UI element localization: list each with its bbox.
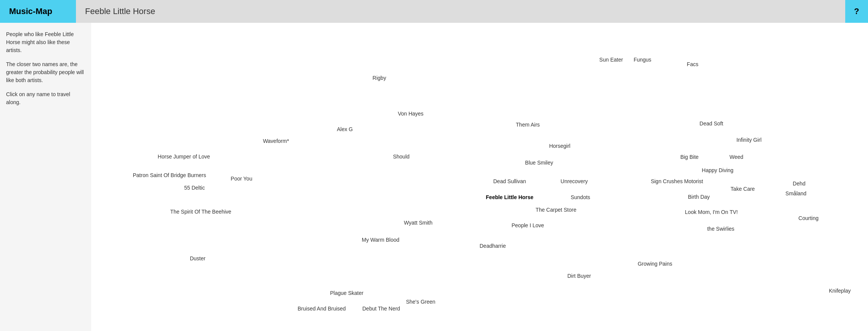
artist-label[interactable]: Look Mom, I'm On TV!: [685, 209, 738, 215]
artist-label[interactable]: Wyatt Smith: [404, 220, 432, 226]
artist-label[interactable]: Dead Soft: [699, 120, 723, 127]
artist-label[interactable]: Plague Skater: [330, 290, 363, 296]
artist-label[interactable]: Big Bite: [680, 154, 699, 160]
artist-label[interactable]: Knifeplay: [829, 288, 851, 294]
sidebar: People who like Feeble Little Horse migh…: [0, 23, 91, 331]
artist-label[interactable]: She's Green: [406, 299, 435, 305]
app-title[interactable]: Music-Map: [0, 0, 76, 23]
artist-label[interactable]: Poor You: [231, 176, 253, 182]
artist-label[interactable]: Courting: [799, 215, 819, 221]
artist-label[interactable]: Horse Jumper of Love: [158, 154, 210, 160]
artist-label[interactable]: Patron Saint Of Bridge Burners: [133, 172, 206, 178]
artist-label[interactable]: Duster: [190, 255, 205, 261]
artist-label[interactable]: Feeble Little Horse: [486, 194, 533, 200]
artist-label[interactable]: Dead Sullivan: [493, 178, 526, 184]
artist-label[interactable]: Fungus: [634, 57, 652, 63]
map-area: RigbyVon HayesAlex GWaveform*Horse Jumpe…: [91, 23, 868, 331]
artist-title: Feeble Little Horse: [76, 0, 845, 23]
artist-label[interactable]: Rigby: [372, 75, 386, 81]
sidebar-text-3: Click on any name to travel along.: [6, 90, 85, 106]
artist-label[interactable]: Debut The Nerd: [362, 306, 400, 312]
artist-label[interactable]: Waveform*: [263, 138, 289, 144]
artist-label[interactable]: Blue Smiley: [525, 160, 553, 166]
artist-label[interactable]: Weed: [729, 154, 743, 160]
help-button[interactable]: ?: [845, 0, 868, 23]
artist-label[interactable]: 55 Deltic: [184, 185, 205, 191]
artist-label[interactable]: Dehd: [793, 181, 805, 187]
artist-label[interactable]: Alex G: [337, 126, 353, 132]
artist-label[interactable]: Sundots: [571, 194, 590, 200]
main-container: People who like Feeble Little Horse migh…: [0, 23, 868, 331]
artist-label[interactable]: Bruised And Bruised: [298, 306, 346, 312]
artist-label[interactable]: Should: [393, 154, 410, 160]
artist-label[interactable]: Growing Pains: [638, 261, 672, 267]
artist-label[interactable]: Von Hayes: [398, 111, 424, 117]
artist-label[interactable]: Infinity Girl: [736, 137, 761, 143]
sidebar-text-1: People who like Feeble Little Horse migh…: [6, 30, 85, 54]
artist-label[interactable]: Sign Crushes Motorist: [651, 178, 703, 184]
artist-label[interactable]: Sun Eater: [599, 57, 623, 63]
artist-label[interactable]: the Swirlies: [707, 226, 734, 232]
artist-label[interactable]: Facs: [687, 61, 698, 67]
artist-label[interactable]: My Warm Blood: [362, 237, 399, 243]
artist-label[interactable]: Småland: [786, 190, 806, 196]
artist-label[interactable]: Deadharrie: [480, 243, 506, 249]
artist-label[interactable]: Unrecovery: [560, 178, 588, 184]
artist-label[interactable]: Birth Day: [688, 194, 710, 200]
artist-label[interactable]: Dirt Buyer: [567, 273, 591, 279]
artist-label[interactable]: Take Care: [731, 186, 755, 192]
sidebar-text-2: The closer two names are, the greater th…: [6, 60, 85, 84]
artist-label[interactable]: Horsegirl: [549, 143, 570, 149]
artist-label[interactable]: The Carpet Store: [536, 207, 576, 213]
artist-label[interactable]: People I Love: [511, 222, 544, 228]
top-bar: Music-Map Feeble Little Horse ?: [0, 0, 868, 23]
artist-label[interactable]: Happy Diving: [702, 167, 733, 173]
artist-label[interactable]: The Spirit Of The Beehive: [170, 209, 231, 215]
artist-label[interactable]: Them Airs: [516, 122, 540, 128]
